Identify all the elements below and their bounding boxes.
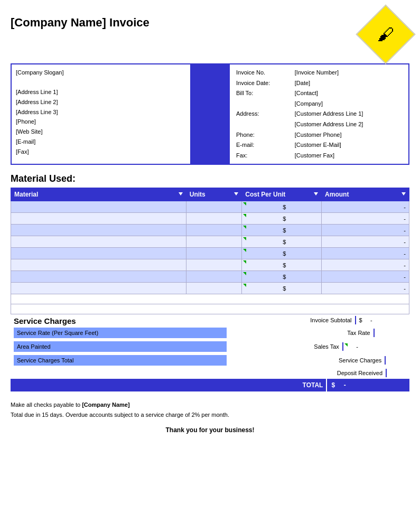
table-row[interactable]: $ -	[11, 248, 409, 259]
table-row[interactable]: $ -	[11, 271, 409, 283]
green-corner-icon	[243, 237, 246, 240]
address2-label-empty	[234, 119, 293, 130]
units-cell[interactable]	[186, 283, 242, 294]
units-col-header[interactable]: Units	[186, 188, 242, 201]
info-section: [Company Slogan] [Address Line 1] [Addre…	[11, 63, 409, 165]
phone-label: Phone:	[234, 130, 293, 141]
material-dropdown-icon[interactable]	[179, 192, 183, 198]
amount-cell[interactable]: -	[322, 201, 409, 213]
units-cell[interactable]	[186, 225, 242, 236]
cpu-cell[interactable]: $	[242, 201, 322, 213]
amount-col-header[interactable]: Amount	[322, 188, 409, 201]
table-row[interactable]: $ -	[11, 259, 409, 271]
material-cell[interactable]	[11, 225, 186, 236]
company-website: [Web Site]	[16, 127, 186, 137]
company-email: [E-mail]	[16, 137, 186, 147]
cpu-dropdown-icon[interactable]	[314, 192, 318, 198]
table-row[interactable]: $ -	[11, 213, 409, 225]
service-total-label: Service Charges Total	[14, 355, 227, 366]
deposit-received-label: Deposit Received	[233, 369, 386, 377]
deposit-received-value	[386, 369, 406, 377]
bill-to-label: Bill To:	[234, 88, 293, 99]
deposit-received-row: Deposit Received	[233, 369, 406, 377]
blue-middle-block	[190, 64, 230, 164]
amount-cell[interactable]: -	[322, 225, 409, 236]
amount-cell[interactable]: -	[322, 213, 409, 225]
amount-cell[interactable]: -	[322, 271, 409, 283]
material-cell[interactable]	[11, 248, 186, 259]
table-row[interactable]: $ -	[11, 201, 409, 213]
service-rate-label: Service Rate (Per Square Feet)	[14, 328, 227, 338]
green-corner-icon	[344, 343, 348, 347]
area-painted-label: Area Painted	[14, 341, 227, 352]
units-cell[interactable]	[186, 248, 242, 259]
units-cell[interactable]	[186, 259, 242, 271]
address-line3: [Address Line 3]	[16, 107, 186, 117]
deposit-row: Deposit Received	[11, 367, 409, 379]
table-row[interactable]: $ -	[11, 236, 409, 248]
units-dropdown-icon[interactable]	[234, 192, 238, 198]
cpu-cell[interactable]: $	[242, 271, 322, 283]
footer-note2: Total due in 15 days. Overdue accounts s…	[11, 410, 409, 420]
page-header: [Company Name] Invoice 🖌	[11, 11, 409, 58]
material-cell[interactable]	[11, 283, 186, 294]
company-info-left: [Company Slogan] [Address Line 1] [Addre…	[12, 64, 190, 164]
service-charges-subtotal-value	[385, 356, 406, 365]
green-corner-icon	[243, 226, 246, 229]
amount-cell[interactable]: -	[322, 236, 409, 248]
material-cell[interactable]	[11, 201, 186, 213]
cpu-col-header[interactable]: Cost Per Unit	[242, 188, 322, 201]
cpu-cell[interactable]: $	[242, 225, 322, 236]
blank-cell	[11, 294, 409, 304]
amount-cell[interactable]: -	[322, 259, 409, 271]
cpu-cell[interactable]: $	[242, 283, 322, 294]
cpu-cell[interactable]: $	[242, 213, 322, 225]
service-charges-section: Service Charges Invoice Subtotal $ - Ser…	[11, 314, 409, 391]
tax-rate-row: Tax Rate	[233, 329, 406, 337]
green-corner-icon	[243, 214, 246, 217]
invoice-no-row: Invoice No. [Invoice Number]	[234, 68, 404, 78]
sales-tax-label: Sales Tax	[233, 342, 343, 351]
material-cell[interactable]	[11, 213, 186, 225]
material-table-header-row: Material Units Cost Per Unit Amount	[11, 188, 409, 201]
invoice-no-label: Invoice No.	[234, 68, 293, 78]
invoice-date-row: Invoice Date: [Date]	[234, 78, 404, 89]
service-charges-header-row: Service Charges Invoice Subtotal $ -	[11, 314, 409, 326]
units-cell[interactable]	[186, 213, 242, 225]
footer-note1: Make all checks payable to [Company Name…	[11, 400, 409, 410]
address-line2: [Address Line 2]	[16, 97, 186, 107]
area-painted-row: Area Painted Sales Tax -	[11, 340, 409, 353]
logo-diamond: 🖌	[356, 4, 415, 64]
service-charges-subtotal-label: Service Charges	[233, 356, 385, 365]
amount-cell[interactable]: -	[322, 248, 409, 259]
customer-company-value: [Company]	[293, 99, 404, 109]
cpu-cell[interactable]: $	[242, 259, 322, 271]
amount-cell[interactable]: -	[322, 283, 409, 294]
green-corner-icon	[243, 202, 246, 206]
material-cell[interactable]	[11, 271, 186, 283]
footer-thank-you: Thank you for your business!	[11, 426, 409, 434]
service-total-row: Service Charges Total Service Charges	[11, 353, 409, 367]
units-cell[interactable]	[186, 271, 242, 283]
table-row[interactable]: $ -	[11, 283, 409, 294]
email-row: E-mail: [Customer E-Mail]	[234, 140, 404, 151]
service-rate-row: Service Rate (Per Square Feet) Tax Rate	[11, 326, 409, 340]
total-label: TOTAL	[230, 379, 326, 391]
blank-cell	[11, 304, 409, 314]
units-cell[interactable]	[186, 201, 242, 213]
cpu-cell[interactable]: $	[242, 236, 322, 248]
material-col-header[interactable]: Material	[11, 188, 186, 201]
table-row[interactable]: $ -	[11, 225, 409, 236]
service-charges-subtotal-row: Service Charges	[233, 356, 406, 365]
cpu-cell[interactable]: $	[242, 248, 322, 259]
amount-dropdown-icon[interactable]	[402, 192, 406, 198]
green-corner-icon	[243, 249, 246, 252]
material-cell[interactable]	[11, 236, 186, 248]
units-cell[interactable]	[186, 236, 242, 248]
company-title: [Company Name] Invoice	[11, 11, 150, 30]
fax-row: Fax: [Customer Fax]	[234, 151, 404, 161]
invoice-no-value: [Invoice Number]	[293, 68, 404, 78]
customer-address2: [Customer Address Line 2]	[293, 119, 404, 130]
address-line1: [Address Line 1]	[16, 87, 186, 97]
material-cell[interactable]	[11, 259, 186, 271]
